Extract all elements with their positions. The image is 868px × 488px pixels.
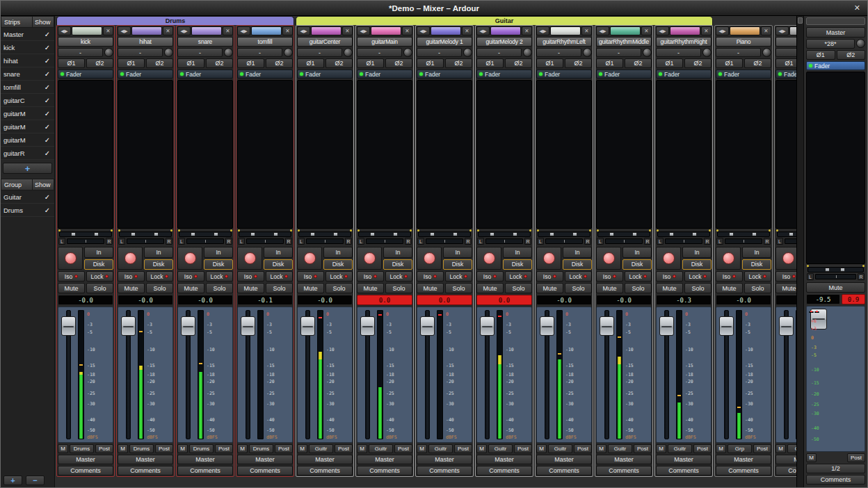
solo-lock-button[interactable]: Lock [385,271,412,282]
record-arm-button[interactable] [596,247,621,270]
group-button[interactable]: Guitr [309,444,333,453]
fader-processor[interactable]: Fader [357,70,412,79]
fader-point-button[interactable]: Post [394,444,412,453]
trim-knob[interactable] [403,48,412,57]
phase-invert-1-button[interactable]: Ø1 [716,58,743,68]
trim-knob[interactable] [523,48,532,57]
trim-knob[interactable] [104,48,113,57]
disk-monitor-button[interactable]: Disk [622,259,652,270]
strip-visibility-check[interactable]: ✓ [43,136,51,144]
pan-slider[interactable] [239,231,291,237]
strip-color-bar[interactable] [670,26,700,35]
strip-name-button[interactable]: guitarCenter [297,37,353,47]
solo-button[interactable]: Solo [206,283,233,293]
trim-display-button[interactable]: - [118,48,163,57]
strip-hide-button[interactable]: ✕ [223,26,233,35]
metering-point-button[interactable]: M [297,444,307,453]
strip-color-bar[interactable] [789,26,796,35]
solo-isolate-button[interactable]: Iso [58,271,85,282]
phase-invert-2-button[interactable]: Ø2 [684,58,712,68]
solo-lock-button[interactable]: Lock [266,271,293,282]
strip-visibility-check[interactable]: ✓ [43,70,51,78]
trim-display-button[interactable]: - [357,48,402,57]
record-arm-button[interactable] [177,247,202,270]
metering-point-button[interactable]: M [596,444,606,453]
master-trim-knob[interactable] [856,39,865,48]
input-monitor-button[interactable]: In [563,247,592,258]
metering-point-button[interactable]: M [177,444,188,453]
solo-button[interactable]: Solo [385,283,412,293]
fader-processor[interactable]: Fader [536,70,592,79]
trim-display-button[interactable]: - [656,48,701,57]
strip-width-button[interactable]: ◀▶ [297,26,310,35]
solo-lock-button[interactable]: Lock [445,271,472,282]
strip-visibility-check[interactable]: ✓ [43,57,51,65]
pan-slider[interactable] [119,231,172,237]
sidebar-strip-row[interactable]: guitarM✓ [1,133,54,147]
solo-isolate-button[interactable]: Iso [775,271,796,282]
pan-slider[interactable] [298,231,351,237]
pan-slider[interactable] [418,231,471,237]
gain-display[interactable]: -0.0 [716,295,771,305]
group-button[interactable]: Grp [787,444,796,453]
pan-handle-right[interactable] [632,232,637,236]
strip-visibility-check[interactable]: ✓ [43,97,51,104]
strip-color-bar[interactable] [490,26,521,35]
fader-handle[interactable] [420,316,435,336]
pan-handle-right[interactable] [572,232,577,236]
record-arm-button[interactable] [775,247,796,270]
fader-point-button[interactable]: Post [514,444,532,453]
group-button[interactable]: Guitr [488,444,513,453]
add-strip-button[interactable]: + [3,163,52,174]
pan-handle-right[interactable] [273,232,278,236]
processor-box[interactable] [716,80,771,229]
solo-lock-button[interactable]: Lock [146,271,173,282]
pan-handle-left[interactable] [310,232,315,236]
phase-invert-2-button[interactable]: Ø2 [505,58,532,68]
pan-handle-left[interactable] [131,232,136,236]
phase-invert-2-button[interactable]: Ø2 [86,58,113,68]
sidebar-group-row[interactable]: Guitar✓ [1,190,54,204]
output-button[interactable]: Master [177,455,233,464]
pan-handle-right[interactable] [214,232,218,236]
solo-button[interactable]: Solo [146,283,173,293]
fader-point-button[interactable]: Post [574,444,592,453]
sidebar-strip-row[interactable]: Master✓ [1,28,54,41]
strip-hide-button[interactable]: ✕ [641,26,652,35]
fader-point-button[interactable]: Post [454,444,472,453]
output-button[interactable]: Master [476,455,532,464]
output-button[interactable]: Master [237,455,293,464]
strip-hide-button[interactable]: ✕ [103,26,113,35]
processor-box[interactable] [536,80,592,229]
pan-handle-left[interactable] [370,232,375,236]
sidebar-strip-row[interactable]: guitarC✓ [1,94,54,107]
disk-monitor-button[interactable]: Disk [383,259,412,270]
processor-box[interactable] [177,80,233,229]
solo-button[interactable]: Solo [565,283,592,293]
pan-slider[interactable] [59,231,112,237]
strip-visibility-check[interactable]: ✓ [43,44,51,51]
solo-button[interactable]: Solo [266,283,293,293]
mute-button[interactable]: Mute [237,283,264,293]
strip-color-bar[interactable] [191,26,222,35]
master-gain-display[interactable]: -9.5 [806,294,840,304]
group-button[interactable]: Grp [728,444,752,453]
strip-width-button[interactable]: ◀▶ [716,26,729,35]
solo-lock-button[interactable]: Lock [86,271,113,282]
comments-button[interactable]: Comments [536,466,592,475]
scrollbar-button[interactable] [798,17,803,24]
strip-hide-button[interactable]: ✕ [163,26,173,35]
trim-knob[interactable] [224,48,233,57]
mute-button[interactable]: Mute [177,283,204,293]
record-arm-button[interactable] [716,247,741,270]
gain-display[interactable]: -0.0 [297,295,353,305]
strip-name-button[interactable]: st [775,37,796,47]
gain-display[interactable]: -0.0 [596,295,652,305]
strip-width-button[interactable]: ◀▶ [417,26,430,35]
metering-point-button[interactable]: M [476,444,487,453]
solo-button[interactable]: Solo [625,283,652,293]
fader-point-button[interactable]: Post [753,444,771,453]
input-monitor-button[interactable]: In [144,247,173,258]
pan-handle-right[interactable] [453,232,458,236]
phase-invert-1-button[interactable]: Ø1 [177,58,204,68]
